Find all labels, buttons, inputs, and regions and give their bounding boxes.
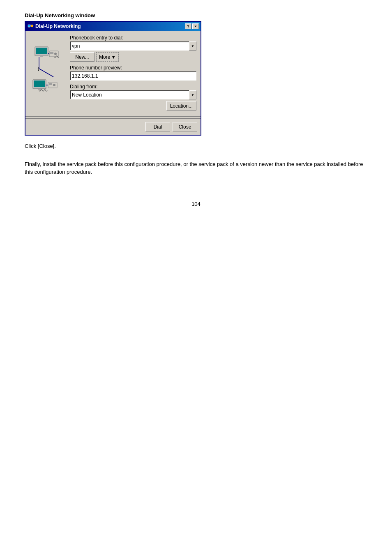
help-button[interactable]: ? xyxy=(185,23,191,29)
phone-preview-value: 132.168.1.1 xyxy=(70,71,196,81)
svg-point-9 xyxy=(54,53,57,55)
phonebook-section: Phonebook entry to dial: vpn ▼ New... Mo… xyxy=(70,35,196,62)
phonebook-row: vpn ▼ xyxy=(70,41,196,51)
network-icon xyxy=(27,23,34,30)
dialog-form: Phonebook entry to dial: vpn ▼ New... Mo… xyxy=(70,35,196,111)
svg-rect-5 xyxy=(36,48,47,54)
svg-point-19 xyxy=(53,84,55,86)
svg-rect-1 xyxy=(28,27,30,28)
svg-text:↕: ↕ xyxy=(37,65,40,72)
paragraph-click-close: Click [Close]. xyxy=(25,142,367,150)
new-button[interactable]: New... xyxy=(70,52,95,62)
phone-preview-section: Phone number preview: 132.168.1.1 xyxy=(70,65,196,81)
svg-rect-0 xyxy=(28,25,30,27)
titlebar-buttons: ? × xyxy=(185,23,199,29)
location-button[interactable]: Location... xyxy=(166,101,196,111)
dialog-separator xyxy=(25,116,201,117)
close-button[interactable]: × xyxy=(192,23,199,29)
phonebook-select-wrapper: vpn ▼ xyxy=(70,41,196,51)
dialog-titlebar: Dial-Up Networking ? × xyxy=(25,22,201,31)
location-row: Location... xyxy=(70,101,196,111)
svg-point-2 xyxy=(31,25,33,27)
phonebook-label: Phonebook entry to dial: xyxy=(70,35,196,41)
dialog-title: Dial-Up Networking xyxy=(35,23,81,29)
dialog-footer: Dial Close xyxy=(25,118,201,135)
phonebook-select[interactable]: vpn xyxy=(70,41,196,51)
svg-rect-6 xyxy=(40,56,43,57)
network-illustration-icon: ↕ xyxy=(31,46,66,99)
dialing-from-select[interactable]: New Location xyxy=(70,90,196,99)
dialog-window-caption: Dial-Up Networking window xyxy=(25,12,367,18)
phone-preview-label: Phone number preview: xyxy=(70,65,196,71)
dialog-body: ↕ Phonebook entry to dial: xyxy=(25,31,201,115)
svg-rect-15 xyxy=(34,81,45,87)
more-dropdown-arrow: ▼ xyxy=(111,54,116,60)
dial-button[interactable]: Dial xyxy=(145,122,170,131)
svg-line-12 xyxy=(39,69,53,77)
footer-close-button[interactable]: Close xyxy=(173,122,197,131)
svg-rect-8 xyxy=(50,52,53,54)
more-button-label: More xyxy=(99,54,110,60)
page-number: 104 xyxy=(25,201,367,207)
dialing-from-row: New Location ▼ xyxy=(70,90,196,99)
paragraph-service-pack: Finally, install the service pack before… xyxy=(25,160,367,176)
svg-rect-16 xyxy=(38,89,41,90)
more-button[interactable]: More ▼ xyxy=(96,52,119,62)
dialing-from-section: Dialing from: New Location ▼ Location... xyxy=(70,84,196,111)
dial-up-networking-dialog: Dial-Up Networking ? × xyxy=(25,21,201,136)
dialog-illustration: ↕ xyxy=(30,35,67,111)
svg-rect-18 xyxy=(49,83,52,85)
dialing-from-label: Dialing from: xyxy=(70,84,196,90)
titlebar-left: Dial-Up Networking xyxy=(27,23,81,30)
new-more-row: New... More ▼ xyxy=(70,52,196,62)
dialing-from-select-wrapper: New Location ▼ xyxy=(70,90,196,99)
